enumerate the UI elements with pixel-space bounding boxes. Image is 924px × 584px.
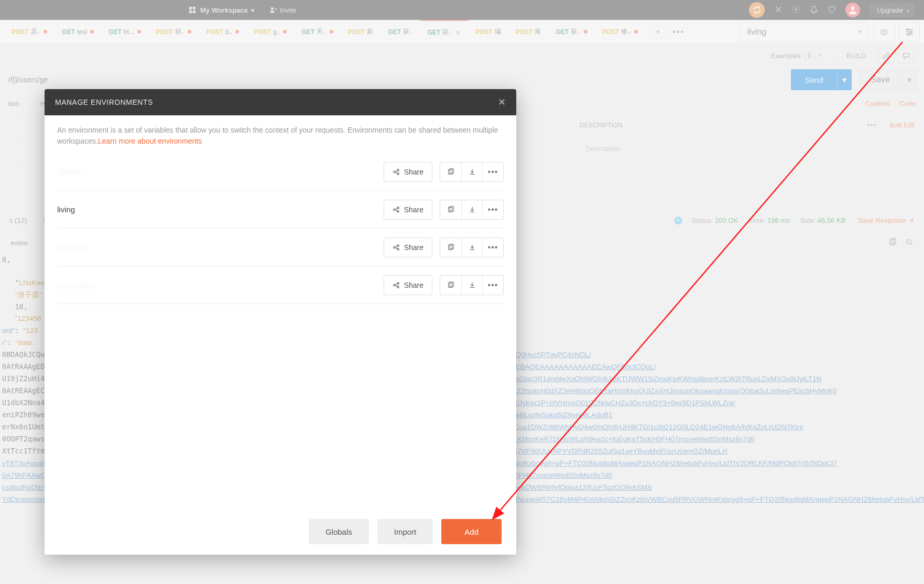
upgrade-button[interactable]: Upgrade▼: [869, 3, 915, 17]
request-tab[interactable]: POSTg..: [246, 20, 294, 44]
modal-footer: Globals Import Add: [45, 509, 516, 555]
workspace-caret-icon[interactable]: ▾: [251, 6, 255, 14]
sync-icon[interactable]: [749, 2, 765, 18]
share-button[interactable]: Share: [384, 162, 432, 182]
dirty-dot-icon: [634, 30, 638, 34]
tab-method: POST: [516, 28, 533, 36]
invite-button[interactable]: Invite: [269, 6, 296, 14]
comment-icon[interactable]: [898, 48, 915, 63]
workspace-name[interactable]: My Workspace: [200, 6, 248, 14]
import-button[interactable]: Import: [377, 519, 433, 544]
request-tab[interactable]: GETht...: [101, 20, 148, 44]
download-icon[interactable]: [461, 238, 482, 257]
add-button[interactable]: Add: [441, 519, 502, 544]
size-value: 46.56 KB: [818, 217, 846, 224]
svg-point-20: [393, 209, 395, 211]
tab-method: POST: [602, 28, 619, 36]
request-tab[interactable]: GET获..✕: [420, 20, 468, 44]
more-icon[interactable]: •••: [482, 200, 503, 219]
copy-icon[interactable]: [440, 276, 461, 295]
share-button[interactable]: Share: [384, 275, 432, 295]
save-button[interactable]: Save: [859, 69, 902, 90]
request-tab[interactable]: GETtest: [55, 20, 101, 44]
user-avatar[interactable]: [845, 3, 860, 17]
close-icon[interactable]: ✕: [455, 29, 461, 36]
environment-selector[interactable]: living▼: [741, 23, 868, 41]
send-caret-icon[interactable]: ▾: [837, 69, 852, 90]
resp-view-tab[interactable]: eview: [10, 239, 28, 247]
copy-icon[interactable]: [440, 200, 461, 219]
request-bar: rl}}/users/ge Send ▾ Save ▾: [0, 67, 924, 92]
request-tab[interactable]: POST店..: [4, 20, 55, 44]
environment-row[interactable]: ———Share•••: [57, 153, 504, 191]
download-icon[interactable]: [461, 163, 482, 181]
section-tab[interactable]: tion: [8, 100, 19, 107]
environment-row[interactable]: — — — —Share•••: [57, 266, 504, 304]
sliders-icon[interactable]: [899, 23, 920, 41]
tab-label: b..: [225, 28, 232, 36]
save-caret-icon[interactable]: ▾: [902, 69, 917, 90]
sub-toolbar: Examples 0 ▼ | BUILD: [0, 44, 924, 67]
tab-label: 获..: [403, 27, 413, 36]
code-link[interactable]: Code: [899, 100, 916, 107]
request-tab[interactable]: POST尾: [508, 20, 549, 44]
more-icon[interactable]: •••: [482, 163, 503, 181]
modal-intro: An environment is a set of variables tha…: [45, 115, 516, 151]
eye-icon[interactable]: [874, 23, 895, 41]
dirty-dot-icon: [90, 30, 94, 34]
satellite-icon[interactable]: [774, 5, 782, 15]
url-input[interactable]: rl}}/users/ge: [7, 75, 791, 84]
tab-method: GET: [108, 28, 122, 36]
kv-more-icon[interactable]: •••: [867, 122, 877, 129]
tab-label: 店..: [31, 27, 41, 36]
request-tab[interactable]: POST编: [468, 20, 508, 44]
bell-icon[interactable]: [810, 5, 818, 15]
settings-icon[interactable]: [792, 5, 800, 15]
request-tab[interactable]: POSTb..: [199, 20, 246, 44]
tab-label: g..: [273, 28, 280, 36]
request-tab[interactable]: POST获..: [148, 20, 199, 44]
search-icon[interactable]: [905, 238, 914, 248]
share-button[interactable]: Share: [384, 200, 432, 220]
edit-icon[interactable]: [878, 48, 895, 63]
status-value: 200 OK: [715, 217, 738, 224]
request-tab[interactable]: GET获..: [548, 20, 594, 44]
share-button[interactable]: Share: [384, 237, 432, 257]
copy-icon[interactable]: [440, 163, 461, 181]
svg-point-15: [393, 171, 395, 173]
kv-desc-placeholder[interactable]: Description: [580, 145, 620, 153]
tab-method: POST: [206, 28, 223, 36]
resp-tab[interactable]: s (12): [9, 217, 27, 224]
request-tabs: POST店..GETtestGETht...POST获..POSTb..POST…: [0, 20, 924, 44]
environment-row[interactable]: — — —Share•••: [57, 229, 504, 266]
request-tab[interactable]: POST修..: [595, 20, 645, 44]
send-button[interactable]: Send: [791, 69, 836, 90]
build-toggle[interactable]: BUILD: [846, 52, 866, 60]
new-tab-button[interactable]: +: [650, 25, 665, 39]
request-tab[interactable]: GET关..: [294, 20, 340, 44]
more-icon[interactable]: •••: [482, 276, 503, 295]
globe-icon[interactable]: 🌐: [674, 217, 682, 224]
request-tab[interactable]: POST新: [341, 20, 381, 44]
bulk-edit-link[interactable]: Bulk Edit: [890, 122, 915, 129]
dirty-dot-icon: [330, 30, 333, 34]
download-icon[interactable]: [461, 276, 482, 295]
download-icon[interactable]: [461, 200, 482, 219]
globals-button[interactable]: Globals: [309, 519, 369, 544]
tab-label: 新: [367, 27, 373, 36]
request-tab[interactable]: GET获..: [381, 20, 420, 44]
cookies-link[interactable]: Cookies: [865, 100, 890, 107]
environment-row[interactable]: livingShare•••: [57, 191, 504, 229]
tab-label: ht...: [124, 28, 134, 36]
close-icon[interactable]: ✕: [498, 96, 506, 108]
env-action-group: •••: [440, 162, 504, 182]
copy-icon[interactable]: [440, 238, 461, 257]
save-response-button[interactable]: Save Response: [858, 217, 906, 224]
heart-icon[interactable]: [828, 5, 836, 15]
svg-point-7: [883, 30, 886, 33]
tab-overflow-icon[interactable]: •••: [672, 27, 684, 37]
learn-more-link[interactable]: Learn more about environments: [98, 137, 202, 145]
examples-dropdown[interactable]: Examples 0 ▼: [771, 52, 822, 60]
copy-icon[interactable]: [888, 238, 897, 248]
more-icon[interactable]: •••: [482, 238, 503, 257]
